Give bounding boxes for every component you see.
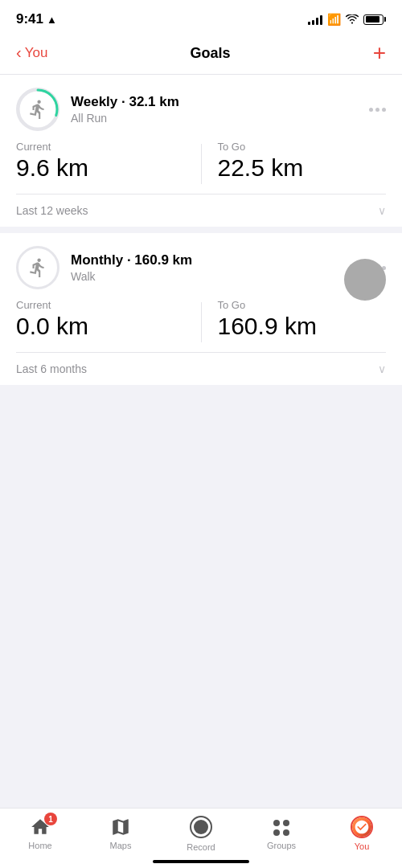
stat-divider-monthly bbox=[201, 302, 202, 342]
togo-label-weekly: To Go bbox=[218, 141, 387, 153]
tab-bar: 1 Home Maps Record bbox=[0, 808, 402, 868]
groups-icon bbox=[270, 817, 293, 837]
tab-record-label: Record bbox=[187, 842, 215, 852]
svg-point-6 bbox=[273, 829, 280, 836]
wifi-icon bbox=[346, 14, 359, 24]
current-stat-monthly: Current 0.0 km bbox=[16, 299, 185, 339]
goal-period-weekly[interactable]: Last 12 weeks ∨ bbox=[0, 194, 402, 227]
status-bar: 9:41 ▲ 📶 bbox=[0, 0, 402, 35]
goal-card-weekly: Weekly · 32.1 km All Run Current 9.6 km … bbox=[0, 75, 402, 227]
location-icon: ▲ bbox=[47, 14, 57, 26]
maps-icon bbox=[110, 817, 131, 837]
goal-info-monthly: Monthly · 160.9 km Walk bbox=[71, 252, 361, 283]
current-label-monthly: Current bbox=[16, 299, 185, 311]
period-label-weekly: Last 12 weeks bbox=[16, 204, 88, 217]
goals-content: Weekly · 32.1 km All Run Current 9.6 km … bbox=[0, 75, 402, 385]
record-icon-wrap bbox=[189, 815, 213, 839]
svg-point-5 bbox=[283, 820, 289, 826]
back-chevron-icon: ‹ bbox=[16, 43, 22, 62]
togo-value-weekly: 22.5 km bbox=[218, 154, 387, 181]
tab-groups[interactable]: Groups bbox=[241, 817, 322, 850]
period-label-monthly: Last 6 months bbox=[16, 362, 87, 375]
chart-placeholder-monthly bbox=[344, 259, 386, 301]
togo-stat-weekly: To Go 22.5 km bbox=[218, 141, 387, 181]
add-goal-button[interactable]: + bbox=[373, 42, 386, 64]
tab-you-label: You bbox=[355, 841, 370, 851]
status-icons: 📶 bbox=[308, 13, 386, 26]
tab-maps-label: Maps bbox=[110, 841, 132, 850]
togo-label-monthly: To Go bbox=[218, 299, 387, 311]
stat-divider-weekly bbox=[201, 144, 202, 184]
tab-home[interactable]: 1 Home bbox=[0, 817, 80, 850]
goal-period-monthly[interactable]: Last 6 months ∨ bbox=[0, 353, 402, 385]
period-chevron-monthly: ∨ bbox=[378, 362, 386, 375]
signal-icon bbox=[308, 14, 322, 25]
page-title: Goals bbox=[190, 45, 230, 62]
goal-more-button-weekly[interactable] bbox=[361, 108, 386, 112]
walk-shoe-icon bbox=[27, 257, 48, 278]
wifi-icon: 📶 bbox=[327, 13, 341, 26]
svg-point-7 bbox=[283, 829, 289, 836]
goal-stats-monthly: Current 0.0 km To Go 160.9 km bbox=[0, 289, 402, 352]
record-icon bbox=[189, 815, 213, 839]
tab-groups-label: Groups bbox=[267, 841, 296, 850]
groups-icon-wrap bbox=[270, 817, 293, 837]
period-chevron-weekly: ∨ bbox=[378, 204, 386, 217]
back-button[interactable]: ‹ You bbox=[16, 44, 47, 62]
goal-stats-weekly: Current 9.6 km To Go 22.5 km bbox=[0, 131, 402, 194]
goal-card-monthly: Monthly · 160.9 km Walk Current 0.0 km T… bbox=[0, 233, 402, 385]
tab-home-label: Home bbox=[28, 841, 51, 850]
current-label-weekly: Current bbox=[16, 141, 185, 153]
goal-type-weekly: All Run bbox=[71, 112, 361, 125]
svg-point-3 bbox=[194, 820, 208, 834]
current-stat-weekly: Current 9.6 km bbox=[16, 141, 185, 181]
status-time: 9:41 ▲ bbox=[16, 11, 57, 27]
goal-title-weekly: Weekly · 32.1 km bbox=[71, 94, 361, 110]
maps-icon-wrap bbox=[110, 817, 131, 837]
home-icon-wrap: 1 bbox=[30, 817, 51, 837]
svg-point-4 bbox=[273, 820, 280, 826]
tab-record[interactable]: Record bbox=[161, 815, 241, 852]
you-avatar bbox=[351, 816, 373, 838]
togo-stat-monthly: To Go 160.9 km bbox=[218, 299, 387, 339]
goal-icon-walk bbox=[16, 246, 59, 289]
tab-you[interactable]: You bbox=[322, 816, 402, 851]
home-indicator bbox=[153, 860, 249, 863]
nav-header: ‹ You Goals + bbox=[0, 35, 402, 75]
you-avatar-inner bbox=[352, 817, 371, 837]
goal-icon-run bbox=[16, 88, 59, 131]
togo-value-monthly: 160.9 km bbox=[218, 313, 387, 339]
current-value-weekly: 9.6 km bbox=[16, 154, 185, 181]
goal-info-weekly: Weekly · 32.1 km All Run bbox=[71, 94, 361, 125]
current-value-monthly: 0.0 km bbox=[16, 313, 185, 339]
tab-maps[interactable]: Maps bbox=[80, 817, 161, 850]
battery-icon bbox=[363, 14, 386, 25]
goal-title-monthly: Monthly · 160.9 km bbox=[71, 252, 361, 268]
you-icon-wrap bbox=[351, 816, 373, 838]
back-label: You bbox=[25, 45, 48, 61]
goal-header-monthly: Monthly · 160.9 km Walk bbox=[0, 233, 402, 289]
goal-type-monthly: Walk bbox=[71, 270, 361, 283]
home-badge: 1 bbox=[44, 813, 57, 825]
goal-header-weekly: Weekly · 32.1 km All Run bbox=[0, 75, 402, 131]
